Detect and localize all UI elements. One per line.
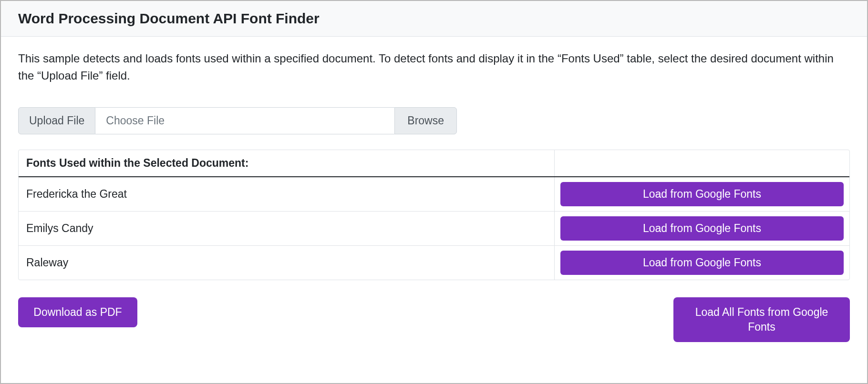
- upload-file-input[interactable]: Choose File: [95, 107, 394, 134]
- font-action-cell: Load from Google Fonts: [555, 246, 849, 280]
- page-title: Word Processing Document API Font Finder: [18, 10, 850, 27]
- description-text: This sample detects and loads fonts used…: [18, 50, 838, 84]
- download-as-pdf-button[interactable]: Download as PDF: [18, 297, 137, 327]
- table-row: Fredericka the Great Load from Google Fo…: [19, 177, 849, 212]
- table-header-row: Fonts Used within the Selected Document:: [19, 150, 849, 177]
- font-action-cell: Load from Google Fonts: [555, 212, 849, 245]
- font-action-cell: Load from Google Fonts: [555, 177, 849, 211]
- page-content: This sample detects and loads fonts used…: [1, 37, 867, 383]
- footer-actions: Download as PDF Load All Fonts from Goog…: [18, 297, 850, 342]
- table-header-fonts-used: Fonts Used within the Selected Document:: [19, 150, 555, 176]
- table-row: Raleway Load from Google Fonts: [19, 246, 849, 280]
- upload-file-label: Upload File: [18, 107, 95, 134]
- font-name-cell: Emilys Candy: [19, 212, 555, 245]
- load-all-fonts-button[interactable]: Load All Fonts from Google Fonts: [673, 297, 850, 342]
- upload-file-group: Upload File Choose File Browse: [18, 107, 457, 134]
- table-header-action: [555, 150, 849, 176]
- fonts-table: Fonts Used within the Selected Document:…: [18, 150, 850, 280]
- browse-button[interactable]: Browse: [394, 107, 457, 134]
- font-name-cell: Fredericka the Great: [19, 177, 555, 211]
- app-container: Word Processing Document API Font Finder…: [0, 0, 868, 384]
- font-name-cell: Raleway: [19, 246, 555, 280]
- load-from-google-fonts-button[interactable]: Load from Google Fonts: [560, 251, 844, 275]
- load-from-google-fonts-button[interactable]: Load from Google Fonts: [560, 182, 844, 206]
- load-from-google-fonts-button[interactable]: Load from Google Fonts: [560, 216, 844, 241]
- page-header: Word Processing Document API Font Finder: [1, 1, 867, 37]
- table-row: Emilys Candy Load from Google Fonts: [19, 212, 849, 246]
